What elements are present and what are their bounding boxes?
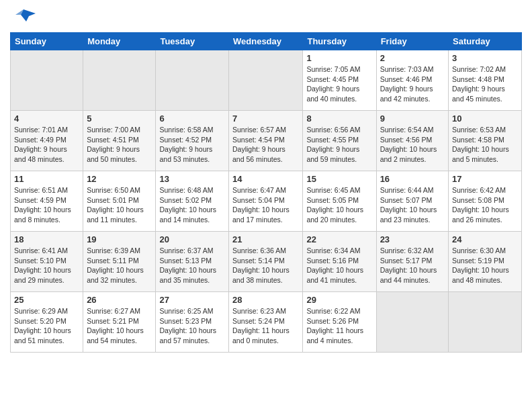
day-number: 4 <box>14 113 79 124</box>
day-number: 22 <box>306 234 372 244</box>
day-number: 27 <box>159 295 225 305</box>
day-info: Sunrise: 6:47 AM Sunset: 5:04 PM Dayligh… <box>232 185 299 225</box>
calendar-cell: 17Sunrise: 6:42 AM Sunset: 5:08 PM Dayli… <box>449 171 522 232</box>
col-header-monday: Monday <box>83 33 156 50</box>
day-number: 23 <box>380 234 445 244</box>
day-info: Sunrise: 6:58 AM Sunset: 4:52 PM Dayligh… <box>159 125 225 165</box>
day-number: 29 <box>306 295 372 305</box>
day-number: 20 <box>159 234 225 244</box>
calendar-cell: 10Sunrise: 6:53 AM Sunset: 4:58 PM Dayli… <box>449 111 522 171</box>
day-number: 8 <box>306 113 372 124</box>
day-info: Sunrise: 6:29 AM Sunset: 5:20 PM Dayligh… <box>14 306 79 346</box>
calendar-cell: 13Sunrise: 6:48 AM Sunset: 5:02 PM Dayli… <box>156 171 229 232</box>
day-number: 10 <box>452 113 518 124</box>
day-info: Sunrise: 6:32 AM Sunset: 5:17 PM Dayligh… <box>380 246 445 285</box>
day-info: Sunrise: 6:44 AM Sunset: 5:07 PM Dayligh… <box>380 185 445 225</box>
calendar-cell: 29Sunrise: 6:22 AM Sunset: 5:26 PM Dayli… <box>303 292 376 353</box>
day-info: Sunrise: 7:03 AM Sunset: 4:46 PM Dayligh… <box>380 64 445 104</box>
day-number: 11 <box>14 174 79 184</box>
col-header-thursday: Thursday <box>303 33 376 50</box>
calendar-cell: 8Sunrise: 6:56 AM Sunset: 4:55 PM Daylig… <box>303 111 376 171</box>
day-info: Sunrise: 6:23 AM Sunset: 5:24 PM Dayligh… <box>232 306 299 346</box>
calendar-cell <box>11 50 83 111</box>
col-header-friday: Friday <box>376 33 448 50</box>
day-info: Sunrise: 6:27 AM Sunset: 5:21 PM Dayligh… <box>87 306 152 346</box>
week-row-3: 11Sunrise: 6:51 AM Sunset: 4:59 PM Dayli… <box>11 171 522 232</box>
day-number: 3 <box>452 53 518 63</box>
calendar-cell <box>229 50 303 111</box>
day-info: Sunrise: 6:51 AM Sunset: 4:59 PM Dayligh… <box>14 185 79 225</box>
day-number: 24 <box>452 234 518 244</box>
day-number: 17 <box>452 174 518 184</box>
header-row: SundayMondayTuesdayWednesdayThursdayFrid… <box>11 33 522 50</box>
calendar-cell: 22Sunrise: 6:34 AM Sunset: 5:16 PM Dayli… <box>303 232 376 292</box>
day-info: Sunrise: 7:02 AM Sunset: 4:48 PM Dayligh… <box>452 64 518 104</box>
calendar-header: SundayMondayTuesdayWednesdayThursdayFrid… <box>11 33 522 50</box>
calendar-cell: 2Sunrise: 7:03 AM Sunset: 4:46 PM Daylig… <box>376 50 448 111</box>
day-info: Sunrise: 6:48 AM Sunset: 5:02 PM Dayligh… <box>159 185 225 225</box>
week-row-4: 18Sunrise: 6:41 AM Sunset: 5:10 PM Dayli… <box>11 232 522 292</box>
day-number: 14 <box>232 174 299 184</box>
calendar-cell: 1Sunrise: 7:05 AM Sunset: 4:45 PM Daylig… <box>303 50 376 111</box>
day-number: 5 <box>87 113 152 124</box>
day-info: Sunrise: 6:30 AM Sunset: 5:19 PM Dayligh… <box>452 246 518 285</box>
svg-marker-0 <box>21 9 36 21</box>
calendar-cell <box>376 292 448 353</box>
calendar-cell: 11Sunrise: 6:51 AM Sunset: 4:59 PM Dayli… <box>11 171 83 232</box>
day-number: 13 <box>159 174 225 184</box>
calendar-cell: 5Sunrise: 7:00 AM Sunset: 4:51 PM Daylig… <box>83 111 156 171</box>
day-info: Sunrise: 6:53 AM Sunset: 4:58 PM Dayligh… <box>452 125 518 165</box>
day-number: 25 <box>14 295 79 305</box>
day-info: Sunrise: 6:57 AM Sunset: 4:54 PM Dayligh… <box>232 125 299 165</box>
calendar-cell: 7Sunrise: 6:57 AM Sunset: 4:54 PM Daylig… <box>229 111 303 171</box>
day-info: Sunrise: 6:50 AM Sunset: 5:01 PM Dayligh… <box>87 185 152 225</box>
calendar-cell: 20Sunrise: 6:37 AM Sunset: 5:13 PM Dayli… <box>156 232 229 292</box>
calendar-cell: 14Sunrise: 6:47 AM Sunset: 5:04 PM Dayli… <box>229 171 303 232</box>
calendar-cell: 15Sunrise: 6:45 AM Sunset: 5:05 PM Dayli… <box>303 171 376 232</box>
day-info: Sunrise: 6:22 AM Sunset: 5:26 PM Dayligh… <box>306 306 372 346</box>
calendar-cell: 28Sunrise: 6:23 AM Sunset: 5:24 PM Dayli… <box>229 292 303 353</box>
calendar-cell: 21Sunrise: 6:36 AM Sunset: 5:14 PM Dayli… <box>229 232 303 292</box>
day-number: 28 <box>232 295 299 305</box>
day-info: Sunrise: 6:36 AM Sunset: 5:14 PM Dayligh… <box>232 246 299 285</box>
day-number: 12 <box>87 174 152 184</box>
day-info: Sunrise: 7:00 AM Sunset: 4:51 PM Dayligh… <box>87 125 152 165</box>
col-header-wednesday: Wednesday <box>229 33 303 50</box>
day-info: Sunrise: 7:01 AM Sunset: 4:49 PM Dayligh… <box>14 125 79 165</box>
day-number: 9 <box>380 113 445 124</box>
day-number: 6 <box>159 113 225 124</box>
day-info: Sunrise: 7:05 AM Sunset: 4:45 PM Dayligh… <box>306 64 372 104</box>
calendar-cell: 12Sunrise: 6:50 AM Sunset: 5:01 PM Dayli… <box>83 171 156 232</box>
calendar-cell <box>156 50 229 111</box>
logo <box>10 7 38 27</box>
week-row-5: 25Sunrise: 6:29 AM Sunset: 5:20 PM Dayli… <box>11 292 522 353</box>
logo-bird-icon <box>10 7 36 27</box>
calendar-cell <box>83 50 156 111</box>
day-info: Sunrise: 6:37 AM Sunset: 5:13 PM Dayligh… <box>159 246 225 285</box>
col-header-tuesday: Tuesday <box>156 33 229 50</box>
day-info: Sunrise: 6:56 AM Sunset: 4:55 PM Dayligh… <box>306 125 372 165</box>
col-header-sunday: Sunday <box>11 33 83 50</box>
day-number: 21 <box>232 234 299 244</box>
day-number: 16 <box>380 174 445 184</box>
week-row-2: 4Sunrise: 7:01 AM Sunset: 4:49 PM Daylig… <box>11 111 522 171</box>
day-info: Sunrise: 6:42 AM Sunset: 5:08 PM Dayligh… <box>452 185 518 225</box>
calendar-cell: 26Sunrise: 6:27 AM Sunset: 5:21 PM Dayli… <box>83 292 156 353</box>
day-number: 1 <box>306 53 372 63</box>
day-info: Sunrise: 6:45 AM Sunset: 5:05 PM Dayligh… <box>306 185 372 225</box>
calendar-cell: 18Sunrise: 6:41 AM Sunset: 5:10 PM Dayli… <box>11 232 83 292</box>
calendar-cell: 9Sunrise: 6:54 AM Sunset: 4:56 PM Daylig… <box>376 111 448 171</box>
day-info: Sunrise: 6:34 AM Sunset: 5:16 PM Dayligh… <box>306 246 372 285</box>
day-number: 19 <box>87 234 152 244</box>
calendar-table: SundayMondayTuesdayWednesdayThursdayFrid… <box>10 32 522 353</box>
calendar-cell: 24Sunrise: 6:30 AM Sunset: 5:19 PM Dayli… <box>449 232 522 292</box>
day-number: 26 <box>87 295 152 305</box>
calendar-cell: 16Sunrise: 6:44 AM Sunset: 5:07 PM Dayli… <box>376 171 448 232</box>
page-header <box>10 7 522 27</box>
week-row-1: 1Sunrise: 7:05 AM Sunset: 4:45 PM Daylig… <box>11 50 522 111</box>
calendar-cell: 25Sunrise: 6:29 AM Sunset: 5:20 PM Dayli… <box>11 292 83 353</box>
calendar-body: 1Sunrise: 7:05 AM Sunset: 4:45 PM Daylig… <box>11 50 522 353</box>
calendar-cell: 23Sunrise: 6:32 AM Sunset: 5:17 PM Dayli… <box>376 232 448 292</box>
day-number: 15 <box>306 174 372 184</box>
day-number: 18 <box>14 234 79 244</box>
